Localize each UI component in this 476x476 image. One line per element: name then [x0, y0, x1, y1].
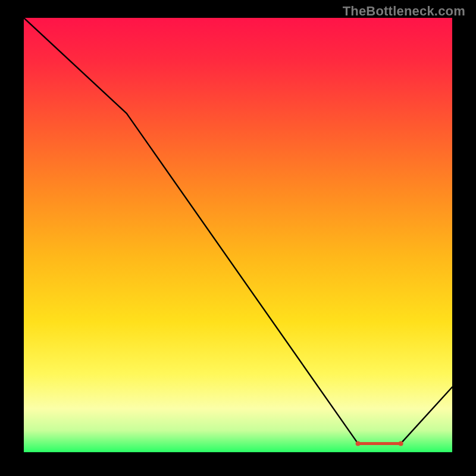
bottleneck-curve-line	[24, 18, 452, 443]
plot-area	[24, 18, 452, 452]
chart-svg-layer	[24, 18, 452, 452]
chart-stage: TheBottleneck.com	[0, 0, 476, 476]
optimal-range-start-dot	[356, 441, 361, 446]
optimal-range-end-dot	[399, 441, 403, 446]
watermark-text: TheBottleneck.com	[343, 4, 465, 19]
